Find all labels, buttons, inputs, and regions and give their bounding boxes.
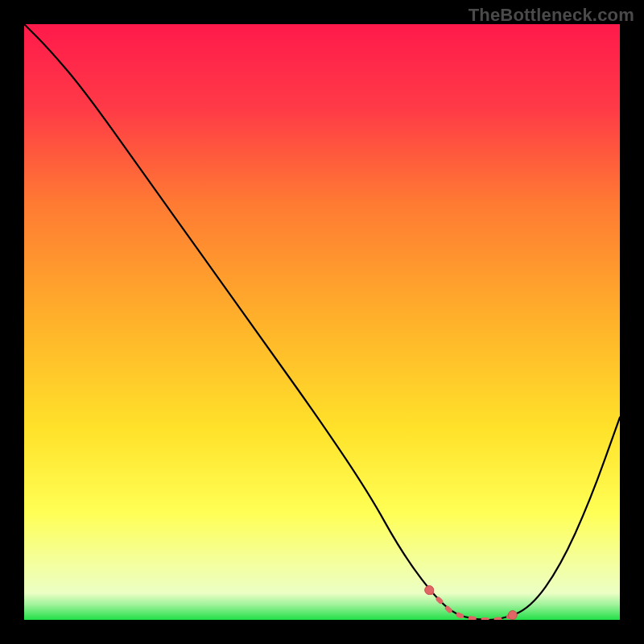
gradient-background xyxy=(24,24,620,620)
plot-area xyxy=(24,24,620,620)
optimal-start-dot xyxy=(425,586,434,595)
chart-frame: TheBottleneck.com xyxy=(0,0,644,644)
watermark-text: TheBottleneck.com xyxy=(469,5,634,26)
optimal-end-dot xyxy=(508,611,517,620)
chart-svg xyxy=(24,24,620,620)
